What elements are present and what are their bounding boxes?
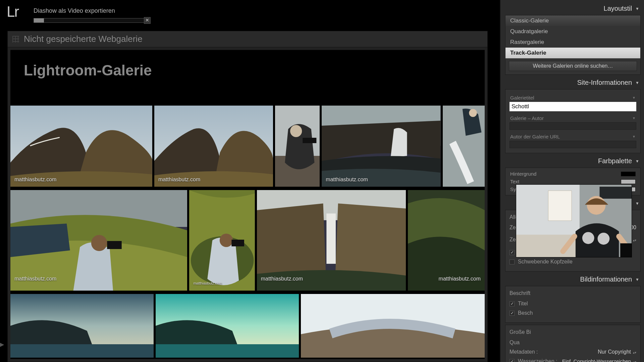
layout-option[interactable]: Classic-Galerie: [505, 15, 640, 26]
section-color-palette[interactable]: Farbpalette ▼: [505, 155, 641, 168]
svg-rect-28: [600, 187, 632, 199]
svg-rect-15: [232, 240, 245, 246]
gallery-title: Lightroom-Galerie: [24, 62, 485, 79]
thumbnail[interactable]: matthiasbutz.com: [408, 190, 485, 291]
gallery-author-label: Galerie – Autor▼: [510, 115, 636, 121]
watermark-checkbox[interactable]: [509, 359, 515, 362]
cancel-export-button[interactable]: ✕: [144, 17, 151, 24]
thumbnail[interactable]: [156, 294, 299, 358]
desc-checkbox[interactable]: [509, 311, 515, 316]
layout-option-selected[interactable]: Track-Galerie: [505, 48, 640, 58]
stepper-icon[interactable]: ▴▾: [633, 238, 636, 242]
section-layout-style[interactable]: Layoutstil ▼: [505, 2, 641, 15]
svg-rect-5: [303, 138, 316, 143]
metadata-label: Metadaten :: [509, 349, 538, 355]
metadata-value[interactable]: Nur Copyright: [598, 349, 631, 355]
watermark: matthiasbutz.com: [261, 276, 303, 282]
desc-label: Besch: [518, 310, 533, 316]
svg-rect-32: [620, 243, 632, 257]
svg-point-14: [220, 234, 233, 247]
stepper-icon[interactable]: ▴▾: [633, 360, 636, 362]
chevron-down-icon[interactable]: ▼: [632, 135, 636, 138]
gallery-title-label: Galerietitel▼: [510, 95, 636, 101]
large-images-label: Große Bi: [509, 329, 636, 335]
right-panel: Layoutstil ▼ Classic-Galerie Quadratgale…: [500, 0, 644, 362]
caption-label: Beschrift: [509, 290, 636, 296]
svg-point-8: [469, 109, 477, 117]
thumbnail[interactable]: [275, 106, 320, 187]
svg-rect-11: [107, 241, 121, 249]
chevron-down-icon: ▼: [635, 159, 639, 164]
thumbnail[interactable]: [443, 106, 485, 187]
watermark: matthiasbutz.com: [158, 177, 200, 183]
floating-header-label: Schwebende Kopfzeile: [518, 259, 573, 265]
thumbnail[interactable]: [301, 294, 485, 358]
svg-rect-20: [10, 344, 154, 358]
chevron-down-icon: ▼: [635, 80, 639, 85]
svg-point-30: [582, 232, 594, 244]
export-progress-bar: [34, 18, 144, 23]
thumbnail[interactable]: matthiasbutz.com: [10, 106, 152, 187]
svg-rect-17: [326, 214, 336, 264]
thumbnail[interactable]: matthiasbutz.com: [10, 190, 187, 291]
svg-point-31: [598, 233, 610, 245]
section-title: Bildinformationen: [580, 276, 632, 283]
watermark: matthiasbutz.com: [14, 276, 56, 282]
svg-rect-26: [548, 191, 572, 221]
gallery-title-input[interactable]: [509, 102, 636, 111]
gallery-author-url-label: Autor der Galerie URL▼: [510, 134, 636, 139]
floating-header-checkbox[interactable]: [509, 259, 515, 264]
export-task-label: Diashow als Video exportieren: [34, 7, 115, 14]
webcam-overlay: [516, 184, 632, 257]
chevron-down-icon[interactable]: ▼: [632, 116, 636, 120]
svg-point-10: [91, 235, 107, 251]
watermark-value[interactable]: Einf. Copyright-Wasserzeichen: [562, 358, 631, 362]
svg-point-4: [290, 125, 302, 137]
svg-rect-22: [156, 344, 299, 358]
section-site-info[interactable]: Site-Informationen ▼: [505, 76, 641, 89]
palette-label: Hintergrund: [510, 171, 536, 177]
title-checkbox[interactable]: [509, 301, 515, 306]
watermark: matthiasbutz.com: [193, 281, 222, 285]
layout-option[interactable]: Quadratgalerie: [505, 26, 640, 37]
quality-label: Qua: [509, 340, 520, 346]
watermark: matthiasbutz.com: [326, 177, 368, 183]
preview-title: Nicht gespeicherte Webgalerie: [24, 34, 143, 44]
stepper-icon[interactable]: ▴▾: [633, 351, 636, 354]
gallery-author-url-input[interactable]: [509, 141, 636, 148]
section-title: Site-Informationen: [577, 79, 632, 86]
layout-option[interactable]: Rastergalerie: [505, 37, 640, 48]
thumbnail[interactable]: matthiasbutz.com: [154, 106, 273, 187]
watermark: matthiasbutz.com: [439, 276, 481, 282]
color-swatch[interactable]: [621, 172, 636, 176]
gallery-author-input[interactable]: [509, 122, 636, 130]
section-title: Farbpalette: [598, 157, 632, 165]
grid-icon: [12, 36, 19, 43]
layout-style-list: Classic-Galerie Quadratgalerie Rastergal…: [505, 15, 641, 75]
color-swatch[interactable]: [621, 179, 636, 184]
thumbnail[interactable]: matthiasbutz.com: [189, 190, 255, 291]
palette-label: Text: [510, 179, 520, 184]
thumbnail[interactable]: [10, 294, 154, 358]
section-title: Layoutstil: [604, 5, 632, 12]
app-logo: Lr: [7, 3, 18, 20]
thumbnail[interactable]: matthiasbutz.com: [257, 190, 406, 291]
chevron-down-icon: ▼: [635, 6, 639, 11]
find-more-galleries-button[interactable]: Weitere Galerien online suchen…: [509, 61, 637, 71]
chevron-down-icon: ▼: [635, 277, 639, 282]
chevron-down-icon[interactable]: ▼: [632, 96, 636, 100]
chevron-down-icon: ▼: [635, 201, 639, 206]
section-image-info[interactable]: Bildinformationen ▼: [505, 273, 641, 286]
watermark-label: Wasserzeichen :: [518, 358, 557, 362]
title-label: Titel: [518, 301, 528, 307]
show-header-checkbox[interactable]: [509, 250, 515, 255]
resize-handle-icon[interactable]: ▶: [0, 341, 4, 348]
thumbnail[interactable]: matthiasbutz.com: [322, 106, 440, 187]
watermark: matthiasbutz.com: [14, 177, 56, 183]
web-gallery-preview: Nicht gespeicherte Webgalerie Lightroom-…: [7, 31, 488, 362]
